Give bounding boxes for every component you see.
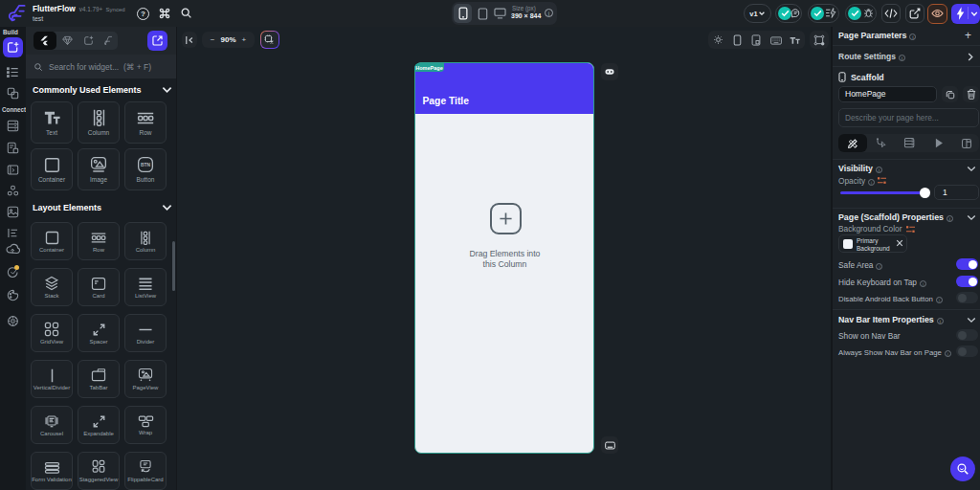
svg-text:BTN: BTN (141, 163, 151, 167)
